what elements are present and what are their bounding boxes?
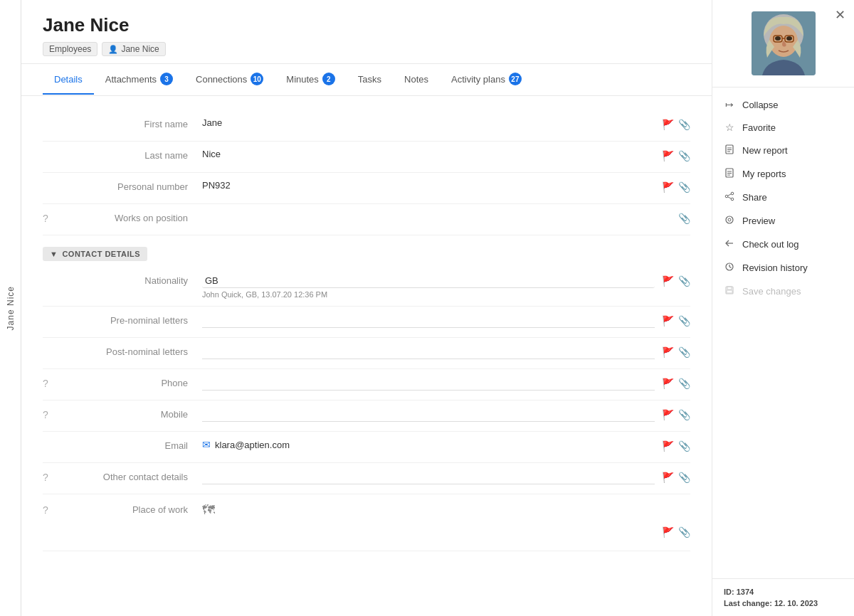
email-envelope-icon: ✉ bbox=[202, 439, 211, 450]
check-out-log-icon bbox=[724, 238, 735, 250]
first-name-help-placeholder bbox=[43, 117, 60, 119]
sidebar-actions: ↦ Collapse ☆ Favorite New report bbox=[712, 87, 854, 578]
works-on-position-row: ? Works on position 📎 bbox=[43, 204, 690, 235]
nationality-select-wrapper: GB John Quick, GB, 13.07.20 12:36 PM bbox=[202, 274, 655, 299]
nationality-attach-icon[interactable]: 📎 bbox=[678, 275, 690, 287]
favorite-action[interactable]: ☆ Favorite bbox=[712, 116, 854, 139]
tab-attachments[interactable]: Attachments 3 bbox=[94, 64, 184, 95]
svg-point-22 bbox=[728, 218, 731, 221]
first-name-flag-icon[interactable]: 🚩 bbox=[662, 119, 674, 130]
revision-history-action[interactable]: Revision history bbox=[712, 256, 854, 280]
pre-nominal-flag-icon[interactable]: 🚩 bbox=[662, 315, 674, 326]
other-contact-help[interactable]: ? bbox=[43, 470, 60, 483]
email-display: ✉ klara@aptien.com bbox=[202, 439, 655, 450]
svg-point-21 bbox=[726, 216, 733, 223]
post-nominal-flag-icon[interactable]: 🚩 bbox=[662, 346, 674, 358]
collapse-action[interactable]: ↦ Collapse bbox=[712, 93, 854, 116]
new-report-action[interactable]: New report bbox=[712, 139, 854, 162]
mobile-help[interactable]: ? bbox=[43, 408, 60, 420]
tab-minutes[interactable]: Minutes 2 bbox=[275, 64, 347, 95]
close-button[interactable]: ✕ bbox=[835, 9, 845, 21]
place-of-work-help[interactable]: ? bbox=[43, 503, 60, 516]
last-name-attach-icon[interactable]: 📎 bbox=[678, 150, 690, 161]
nationality-value: GB John Quick, GB, 13.07.20 12:36 PM bbox=[202, 274, 655, 299]
phone-flag-icon[interactable]: 🚩 bbox=[662, 378, 674, 389]
place-of-work-flag-icon[interactable]: 🚩 bbox=[662, 526, 674, 538]
contact-details-header: ▼ CONTACT DETAILS bbox=[43, 247, 690, 261]
tab-notes[interactable]: Notes bbox=[393, 65, 440, 95]
last-name-row: Last name Nice 🚩 📎 bbox=[43, 142, 690, 173]
collapse-icon: ↦ bbox=[724, 99, 735, 110]
last-name-actions: 🚩 📎 bbox=[655, 149, 690, 161]
activity-plans-badge: 27 bbox=[509, 73, 522, 85]
nationality-label: Nationality bbox=[60, 274, 202, 286]
breadcrumb-employees[interactable]: Employees bbox=[43, 42, 97, 56]
new-report-label: New report bbox=[742, 145, 788, 156]
preview-action[interactable]: Preview bbox=[712, 209, 854, 233]
phone-input[interactable] bbox=[202, 376, 655, 391]
svg-point-16 bbox=[731, 192, 734, 195]
save-changes-label: Save changes bbox=[742, 286, 801, 297]
revision-history-label: Revision history bbox=[742, 262, 808, 273]
share-action[interactable]: Share bbox=[712, 186, 854, 209]
breadcrumb-jane-nice[interactable]: 👤 Jane Nice bbox=[102, 42, 165, 56]
email-label: Email bbox=[60, 439, 202, 451]
save-changes-icon bbox=[724, 285, 735, 297]
tab-activity-plans[interactable]: Activity plans 27 bbox=[440, 64, 533, 95]
check-out-log-action[interactable]: Check out log bbox=[712, 233, 854, 256]
post-nominal-attach-icon[interactable]: 📎 bbox=[678, 346, 690, 358]
other-contact-row: ? Other contact details 🚩 📎 bbox=[43, 463, 690, 494]
new-report-icon bbox=[724, 144, 735, 156]
personal-number-flag-icon[interactable]: 🚩 bbox=[662, 181, 674, 193]
last-name-flag-icon[interactable]: 🚩 bbox=[662, 150, 674, 161]
pre-nominal-attach-icon[interactable]: 📎 bbox=[678, 315, 690, 326]
tab-details[interactable]: Details bbox=[43, 65, 94, 95]
pre-nominal-input[interactable] bbox=[202, 314, 655, 328]
map-icon[interactable]: 🗺 bbox=[202, 503, 215, 517]
personal-number-attach-icon[interactable]: 📎 bbox=[678, 181, 690, 193]
nationality-hint: John Quick, GB, 13.07.20 12:36 PM bbox=[202, 290, 655, 299]
svg-point-18 bbox=[731, 198, 734, 201]
tab-tasks[interactable]: Tasks bbox=[347, 65, 393, 95]
place-of-work-attach-icon[interactable]: 📎 bbox=[678, 526, 690, 538]
nationality-row: Nationality GB John Quick, GB, 13.07.20 … bbox=[43, 267, 690, 307]
other-contact-actions: 🚩 📎 bbox=[655, 470, 690, 483]
nationality-flag-icon[interactable]: 🚩 bbox=[662, 275, 674, 287]
avatar-container bbox=[712, 0, 854, 87]
works-on-position-attach-icon[interactable]: 📎 bbox=[678, 213, 690, 224]
post-nominal-row: Post-nominal letters 🚩 📎 bbox=[43, 338, 690, 369]
other-contact-attach-icon[interactable]: 📎 bbox=[678, 472, 690, 483]
mobile-value bbox=[202, 408, 655, 422]
my-reports-action[interactable]: My reports bbox=[712, 162, 854, 186]
tab-connections[interactable]: Connections 10 bbox=[184, 64, 275, 95]
mobile-flag-icon[interactable]: 🚩 bbox=[662, 409, 674, 420]
nationality-select[interactable]: GB bbox=[202, 274, 655, 288]
phone-attach-icon[interactable]: 📎 bbox=[678, 378, 690, 389]
post-nominal-input[interactable] bbox=[202, 345, 655, 359]
first-name-attach-icon[interactable]: 📎 bbox=[678, 119, 690, 130]
first-name-value: Jane bbox=[202, 117, 655, 128]
mobile-input[interactable] bbox=[202, 408, 655, 422]
phone-help[interactable]: ? bbox=[43, 376, 60, 389]
other-contact-value bbox=[202, 470, 655, 484]
email-text: klara@aptien.com bbox=[215, 440, 290, 450]
email-flag-icon[interactable]: 🚩 bbox=[662, 440, 674, 452]
contact-details-toggle[interactable]: ▼ CONTACT DETAILS bbox=[43, 247, 147, 261]
other-contact-input[interactable] bbox=[202, 470, 655, 484]
revision-history-icon bbox=[724, 262, 735, 274]
personal-number-help-placeholder bbox=[43, 180, 60, 181]
content-area: First name Jane 🚩 📎 Last name Nice 🚩 📎 bbox=[21, 96, 712, 616]
main-panel: Jane Nice Employees 👤 Jane Nice Details … bbox=[21, 0, 712, 616]
works-on-position-help[interactable]: ? bbox=[43, 211, 60, 224]
works-on-position-actions: 📎 bbox=[671, 211, 690, 224]
personal-number-label: Personal number bbox=[60, 180, 202, 192]
contact-details-label-text: CONTACT DETAILS bbox=[62, 250, 140, 258]
breadcrumb-jane-nice-label: Jane Nice bbox=[121, 44, 159, 54]
other-contact-flag-icon[interactable]: 🚩 bbox=[662, 472, 674, 483]
email-attach-icon[interactable]: 📎 bbox=[678, 440, 690, 452]
pre-nominal-actions: 🚩 📎 bbox=[655, 314, 690, 326]
place-of-work-value: 🗺 bbox=[202, 503, 655, 518]
post-nominal-actions: 🚩 📎 bbox=[655, 345, 690, 358]
pre-nominal-help-placeholder bbox=[43, 314, 60, 315]
mobile-attach-icon[interactable]: 📎 bbox=[678, 409, 690, 420]
